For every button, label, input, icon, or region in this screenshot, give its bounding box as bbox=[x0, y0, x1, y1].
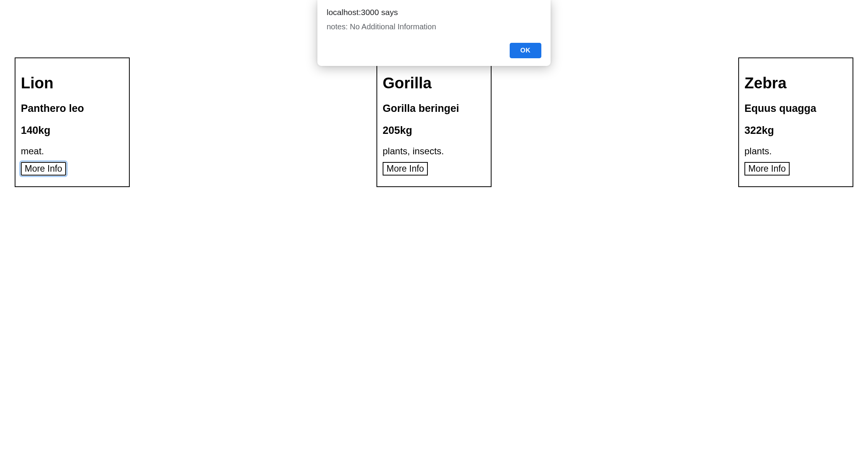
animal-weight: 322kg bbox=[744, 125, 847, 137]
animal-name: Lion bbox=[21, 74, 124, 92]
animal-species: Panthero leo bbox=[21, 103, 124, 115]
more-info-button[interactable]: More Info bbox=[744, 162, 790, 176]
animal-name: Zebra bbox=[744, 74, 847, 92]
alert-message: notes: No Additional Information bbox=[327, 22, 541, 31]
alert-actions: OK bbox=[327, 43, 541, 58]
animal-diet: meat. bbox=[21, 146, 124, 157]
alert-title: localhost:3000 says bbox=[327, 8, 541, 17]
alert-ok-button[interactable]: OK bbox=[510, 43, 542, 58]
animal-species: Equus quagga bbox=[744, 103, 847, 115]
animal-weight: 140kg bbox=[21, 125, 124, 137]
animal-diet: plants. bbox=[744, 146, 847, 157]
animal-diet: plants, insects. bbox=[383, 146, 485, 157]
more-info-button[interactable]: More Info bbox=[21, 162, 66, 176]
alert-dialog: localhost:3000 says notes: No Additional… bbox=[317, 0, 551, 66]
animal-card-zebra: Zebra Equus quagga 322kg plants. More In… bbox=[738, 57, 853, 187]
more-info-button[interactable]: More Info bbox=[383, 162, 428, 176]
animal-card-gorilla: Gorilla Gorilla beringei 205kg plants, i… bbox=[376, 57, 492, 187]
animal-weight: 205kg bbox=[383, 125, 485, 137]
animal-name: Gorilla bbox=[383, 74, 485, 92]
animal-card-lion: Lion Panthero leo 140kg meat. More Info bbox=[15, 57, 130, 187]
animal-species: Gorilla beringei bbox=[383, 103, 485, 115]
